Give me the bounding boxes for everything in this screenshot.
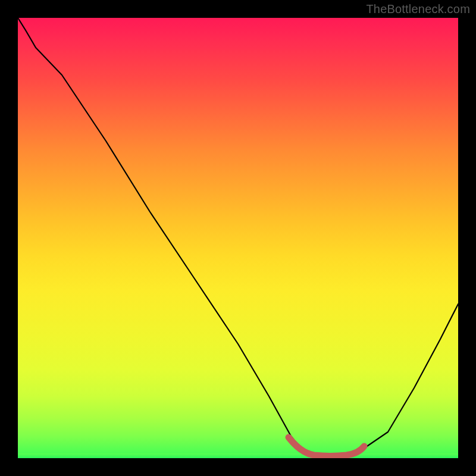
bottleneck-highlight-segment xyxy=(289,437,364,456)
watermark-text: TheBottleneck.com xyxy=(366,2,470,16)
bottleneck-curve-line xyxy=(18,18,458,455)
chart-svg xyxy=(18,18,458,458)
plot-area xyxy=(18,18,458,458)
